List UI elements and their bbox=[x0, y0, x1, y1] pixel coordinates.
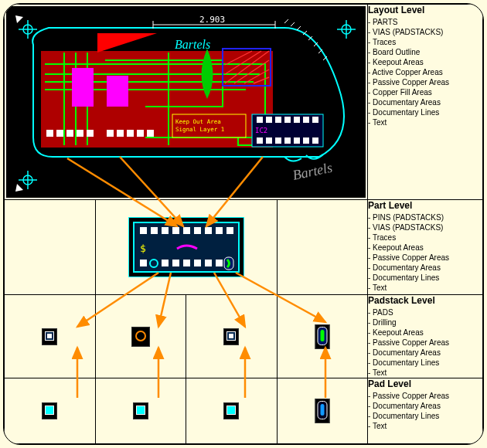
svg-marker-56 bbox=[15, 15, 23, 23]
svg-rect-73 bbox=[205, 260, 212, 266]
svg-rect-59 bbox=[140, 227, 147, 234]
svg-rect-16 bbox=[294, 117, 300, 123]
brand-bottom: Bartels bbox=[291, 160, 334, 183]
svg-rect-27 bbox=[56, 130, 63, 137]
svg-line-39 bbox=[284, 19, 288, 23]
pcb-layout-canvas: Keep Out Area Signal Layer 1 IC2 bbox=[6, 6, 366, 198]
padstack-level-list: PADS Drilling Keepout Areas Passive Copp… bbox=[368, 307, 482, 378]
svg-rect-69 bbox=[162, 260, 169, 266]
svg-rect-65 bbox=[205, 227, 212, 234]
padstack-square-2 bbox=[223, 328, 239, 345]
svg-rect-19 bbox=[257, 137, 263, 144]
pad-square-3 bbox=[223, 402, 239, 419]
part-level-panel: Part Level PINS (PADSTACKS) VIAS (PADSTA… bbox=[368, 200, 483, 295]
svg-line-40 bbox=[291, 22, 295, 26]
svg-rect-35 bbox=[147, 130, 154, 137]
chip-dollar: $ bbox=[140, 243, 146, 254]
svg-rect-22 bbox=[284, 137, 291, 144]
pad-square bbox=[42, 402, 57, 419]
svg-rect-34 bbox=[137, 130, 144, 137]
svg-rect-33 bbox=[127, 130, 134, 137]
svg-rect-32 bbox=[117, 130, 124, 137]
svg-rect-60 bbox=[151, 227, 158, 234]
keepout-text-1: Keep Out Area bbox=[175, 118, 221, 125]
svg-rect-62 bbox=[172, 227, 179, 234]
keepout-text-2: Signal Layer 1 bbox=[175, 126, 224, 133]
svg-rect-23 bbox=[294, 137, 300, 144]
pad-oval bbox=[315, 399, 329, 423]
ic2-label: IC2 bbox=[255, 127, 267, 134]
padstack-level-title: Padstack Level bbox=[368, 295, 482, 306]
svg-rect-63 bbox=[183, 227, 190, 234]
pad-level-panel: Pad Level Passive Copper Areas Documenta… bbox=[368, 378, 483, 444]
pad-square-2 bbox=[133, 402, 148, 419]
svg-rect-17 bbox=[303, 117, 309, 123]
part-chip: $ bbox=[128, 217, 244, 277]
svg-rect-26 bbox=[46, 130, 53, 137]
svg-rect-15 bbox=[284, 117, 291, 123]
svg-rect-70 bbox=[172, 260, 179, 266]
padstack-level-panel: Padstack Level PADS Drilling Keepout Are… bbox=[368, 295, 483, 378]
padstack-square bbox=[42, 328, 57, 345]
layout-level-title: Layout Level bbox=[368, 5, 482, 15]
svg-rect-61 bbox=[162, 227, 169, 234]
padstack-oval bbox=[315, 324, 329, 349]
svg-rect-1 bbox=[72, 68, 94, 107]
padstack-circle bbox=[131, 327, 150, 347]
svg-rect-24 bbox=[303, 137, 309, 144]
svg-rect-18 bbox=[312, 117, 318, 123]
svg-rect-14 bbox=[275, 117, 281, 123]
svg-rect-68 bbox=[140, 260, 147, 266]
pad-level-list: Passive Copper Areas Documentary Areas D… bbox=[368, 391, 482, 431]
svg-rect-71 bbox=[183, 260, 190, 266]
svg-rect-21 bbox=[275, 137, 281, 144]
part-level-title: Part Level bbox=[368, 200, 482, 211]
svg-rect-66 bbox=[216, 227, 223, 234]
svg-rect-2 bbox=[107, 76, 128, 107]
brand-top: Bartels bbox=[175, 38, 210, 51]
svg-rect-25 bbox=[312, 137, 318, 144]
dim-label: 2.903 bbox=[199, 15, 225, 25]
svg-rect-67 bbox=[226, 227, 233, 234]
svg-rect-13 bbox=[266, 117, 272, 123]
pad-level-title: Pad Level bbox=[368, 378, 482, 389]
layout-level-list: PARTS VIAS (PADSTACKS) Traces Board Outl… bbox=[368, 17, 482, 127]
svg-line-41 bbox=[297, 26, 301, 30]
svg-rect-30 bbox=[87, 130, 94, 137]
svg-rect-64 bbox=[194, 227, 201, 234]
svg-rect-12 bbox=[257, 117, 263, 123]
svg-rect-74 bbox=[216, 260, 223, 266]
svg-rect-72 bbox=[194, 260, 201, 266]
svg-rect-28 bbox=[66, 130, 73, 137]
svg-rect-29 bbox=[77, 130, 83, 137]
svg-rect-20 bbox=[266, 137, 272, 144]
part-level-list: PINS (PADSTACKS) VIAS (PADSTACKS) Traces… bbox=[368, 212, 482, 293]
layout-level-panel: Layout Level PARTS VIAS (PADSTACKS) Trac… bbox=[368, 5, 483, 200]
svg-rect-31 bbox=[107, 130, 114, 137]
svg-marker-57 bbox=[15, 184, 23, 192]
